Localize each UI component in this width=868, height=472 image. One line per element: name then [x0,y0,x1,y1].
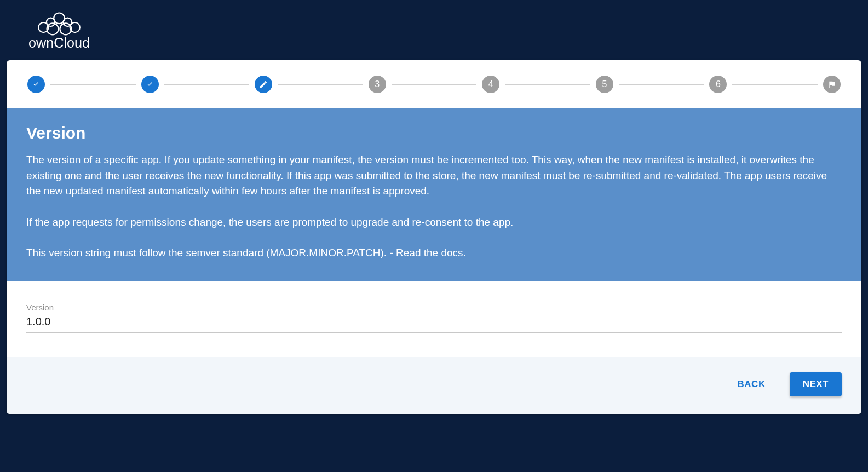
step-connector [278,84,363,85]
step-finish[interactable] [823,76,841,93]
step-connector [619,84,704,85]
step-7[interactable]: 6 [709,76,727,93]
step-connector [164,84,250,85]
check-icon [146,80,154,89]
step-number: 3 [375,79,380,89]
semver-mid: standard (MAJOR.MINOR.PATCH). - [220,247,396,258]
flag-icon [827,80,836,89]
step-number: 6 [716,79,721,89]
page-header: ownCloud [5,5,863,55]
step-connector [392,84,477,85]
docs-link[interactable]: Read the docs [396,247,463,258]
semver-suffix: . [463,247,466,258]
version-input[interactable] [26,313,842,333]
panel-permissions-note: If the app requests for permissions chan… [26,215,842,231]
wizard-card: 3 4 5 6 Version The version of a specifi… [7,60,861,414]
next-button[interactable]: NEXT [790,372,842,396]
back-button[interactable]: BACK [725,372,779,396]
panel-semver-line: This version string must follow the semv… [26,245,842,261]
step-number: 4 [488,79,493,89]
logo-text: ownCloud [28,35,90,50]
step-3-current[interactable] [255,76,272,93]
panel-title: Version [26,124,842,142]
semver-prefix: This version string must follow the [26,247,186,258]
step-connector [732,84,818,85]
form-area: Version [7,281,861,357]
stepper: 3 4 5 6 [7,60,861,108]
step-5[interactable]: 4 [482,76,499,93]
owncloud-logo-icon: ownCloud [21,9,97,51]
version-label: Version [26,303,842,312]
step-connector [505,84,590,85]
semver-link[interactable]: semver [186,247,220,258]
step-2[interactable] [141,76,159,93]
panel-description: The version of a specific app. If you up… [26,152,842,199]
step-1[interactable] [27,76,45,93]
pencil-icon [259,80,268,89]
step-number: 5 [602,79,607,89]
step-connector [50,84,136,85]
wizard-footer: BACK NEXT [7,357,861,414]
owncloud-logo: ownCloud [21,9,97,51]
check-icon [32,80,41,89]
step-6[interactable]: 5 [596,76,613,93]
step-4[interactable]: 3 [369,76,386,93]
info-panel: Version The version of a specific app. I… [7,108,861,281]
